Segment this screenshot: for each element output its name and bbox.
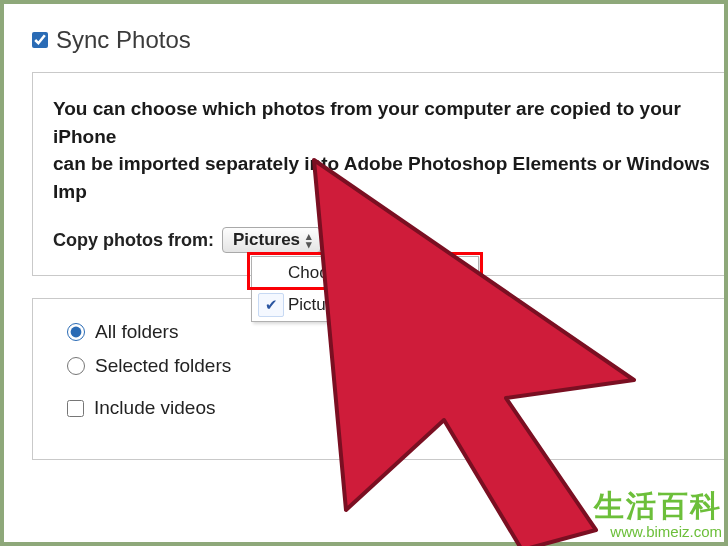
menu-item-choose-folder[interactable]: Choose folder... [252,257,478,289]
include-videos-label: Include videos [94,397,215,419]
source-dropdown[interactable]: Pictures ▴▾ [222,227,321,253]
all-folders-row[interactable]: All folders [67,321,724,343]
include-videos-row[interactable]: Include videos [67,397,724,419]
window-frame: Sync Photos You can choose which photos … [4,4,724,542]
selected-folders-label: Selected folders [95,355,231,377]
menu-choose-folder-label: Choose folder... [288,263,407,283]
menu-item-pictures[interactable]: ✔ Pictures [252,289,478,321]
folders-panel: All folders Selected folders Include vid… [32,298,724,460]
all-folders-label: All folders [95,321,178,343]
desc-line-2: can be imported separately into Adobe Ph… [53,153,710,202]
checkmark-icon: ✔ [258,293,284,317]
dropdown-value: Pictures [233,230,300,250]
sync-photos-label: Sync Photos [56,26,191,54]
selected-folders-radio[interactable] [67,357,85,375]
source-panel: You can choose which photos from your co… [32,72,724,276]
sync-photos-header: Sync Photos [32,26,724,54]
sync-photos-checkbox[interactable] [32,32,48,48]
selected-folders-row[interactable]: Selected folders [67,355,724,377]
menu-pictures-label: Pictures [288,295,349,315]
all-folders-radio[interactable] [67,323,85,341]
copy-photos-row: Copy photos from: Pictures ▴▾ 853 photos… [53,227,724,253]
copy-from-label: Copy photos from: [53,230,214,251]
source-dropdown-menu: Choose folder... ✔ Pictures [251,256,479,322]
updown-caret-icon: ▴▾ [306,231,312,250]
include-videos-checkbox[interactable] [67,400,84,417]
check-slot-empty [258,261,284,285]
description-text: You can choose which photos from your co… [53,95,724,205]
desc-line-1: You can choose which photos from your co… [53,98,681,147]
photo-count: 853 photos [329,230,418,251]
